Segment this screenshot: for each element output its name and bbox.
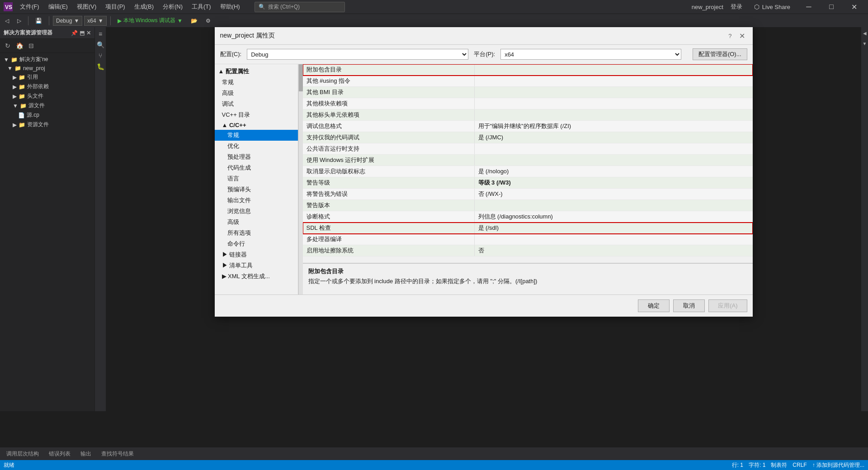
nav-scrollbar[interactable] — [298, 64, 303, 294]
sidebar-item-refs[interactable]: ▶ 📁 引用 — [0, 72, 94, 82]
sync-btn[interactable]: ↻ — [3, 41, 13, 51]
nav-optimize[interactable]: 优化 — [215, 141, 298, 152]
nav-scrollbar-thumb[interactable] — [299, 64, 303, 91]
nav-preprocessor[interactable]: 预处理器 — [215, 152, 298, 162]
status-ready[interactable]: 就绪 — [4, 461, 14, 469]
prop-row-warnver[interactable]: 警告版本 — [303, 200, 753, 211]
maximize-btn[interactable]: □ — [821, 0, 842, 14]
menu-build[interactable]: 生成(B) — [131, 2, 157, 12]
nav-pch[interactable]: 预编译头 — [215, 184, 298, 195]
sidebar-item-headers[interactable]: ▶ 📁 头文件 — [0, 91, 94, 101]
search-bar[interactable]: 🔍 搜索 (Ctrl+Q) — [255, 2, 345, 12]
nav-manifest[interactable]: ▶ 清单工具 — [215, 260, 298, 271]
menu-help[interactable]: 帮助(H) — [217, 2, 244, 12]
right-panel-pin[interactable]: ▼ — [861, 39, 868, 48]
sidebar-tools: ↻ 🏠 ⊟ — [0, 39, 94, 53]
pin-icon[interactable]: 📌 — [71, 30, 78, 36]
back-btn[interactable]: ◁ — [2, 16, 12, 25]
minimize-btn[interactable]: ─ — [798, 0, 819, 14]
nav-linker[interactable]: ▶ 链接器 — [215, 249, 298, 260]
prop-row-include[interactable]: 附加包含目录 — [303, 64, 753, 76]
prop-row-asan[interactable]: 启用地址擦除系统 否 — [303, 245, 753, 256]
prop-row-using[interactable]: 其他 #using 指令 — [303, 76, 753, 87]
cancel-btn[interactable]: 取消 — [673, 299, 705, 312]
prop-row-bmi[interactable]: 其他 BMI 目录 — [303, 87, 753, 98]
dialog-help-btn[interactable]: ? — [728, 33, 731, 39]
sidebar-item-project[interactable]: ▼ 📁 new_proj — [0, 64, 94, 72]
status-source-control[interactable]: ↑ 添加到源代码管理... — [812, 461, 864, 469]
prop-row-winrt[interactable]: 使用 Windows 运行时扩展 — [303, 155, 753, 166]
sidebar-item-resources[interactable]: ▶ 📁 资源文件 — [0, 120, 94, 129]
home-btn[interactable]: 🏠 — [14, 41, 24, 51]
nav-cpp-general[interactable]: 常规 — [215, 130, 298, 141]
nav-browse[interactable]: 浏览信息 — [215, 206, 298, 217]
nav-cmdline[interactable]: 命令行 — [215, 238, 298, 249]
live-share-btn[interactable]: ⬡ Live Share — [750, 2, 795, 11]
nav-general[interactable]: 常规 — [215, 77, 298, 88]
left-icon-4[interactable]: 🐛 — [95, 62, 105, 71]
menu-tools[interactable]: 工具(T) — [188, 2, 215, 12]
prop-row-werror[interactable]: 将警告视为错误 否 (/WX-) — [303, 189, 753, 200]
nav-output[interactable]: 输出文件 — [215, 195, 298, 206]
tab-find-results[interactable]: 查找符号结果 — [97, 448, 138, 460]
sidebar-item-solution[interactable]: ▼ 📁 解决方案'ne — [0, 55, 94, 64]
nav-cpp[interactable]: ▲ C/C++ — [215, 120, 298, 130]
collapse-btn[interactable]: ⊟ — [26, 41, 36, 51]
dock-icon[interactable]: ⬒ — [80, 30, 85, 36]
close-sidebar-icon[interactable]: ✕ — [86, 30, 91, 36]
nav-codegen[interactable]: 代码生成 — [215, 162, 298, 173]
menu-view[interactable]: 视图(V) — [73, 2, 100, 12]
save-btn[interactable]: 💾 — [32, 16, 45, 25]
prop-row-hdr[interactable]: 其他标头单元依赖项 — [303, 109, 753, 121]
menu-project[interactable]: 项目(P) — [102, 2, 128, 12]
menu-edit[interactable]: 编辑(E) — [45, 2, 71, 12]
close-btn[interactable]: ✕ — [844, 0, 864, 14]
left-icon-2[interactable]: 🔍 — [95, 40, 105, 50]
left-icon-1[interactable]: ≡ — [95, 29, 105, 39]
run-btn[interactable]: ▶ 本地 Windows 调试器 ▼ — [114, 15, 186, 26]
tab-output[interactable]: 输出 — [76, 448, 96, 460]
apply-btn[interactable]: 应用(A) — [708, 299, 747, 312]
nav-advanced2[interactable]: 高级 — [215, 217, 298, 228]
menu-analyze[interactable]: 分析(N) — [159, 2, 186, 12]
prop-row-jmc[interactable]: 支持仅我的代码调试 是 (/JMC) — [303, 132, 753, 143]
sidebar-item-external[interactable]: ▶ 📁 外部依赖 — [0, 82, 94, 91]
config-mgr-btn[interactable]: 配置管理器(O)... — [693, 48, 747, 60]
refs-chevron: ▶ — [13, 74, 17, 81]
prop-row-warnlvl[interactable]: 警告等级 等级 3 (/W3) — [303, 177, 753, 189]
tab-call-hierarchy[interactable]: 调用层次结构 — [2, 448, 43, 460]
left-icon-3[interactable]: ⑂ — [95, 51, 105, 61]
nav-all-opts[interactable]: 所有选项 — [215, 228, 298, 238]
nav-language[interactable]: 语言 — [215, 173, 298, 184]
platform-dropdown[interactable]: x64 ▼ — [84, 16, 106, 26]
right-panel-btns: ◀ ▼ — [861, 27, 868, 50]
nav-advanced[interactable]: 高级 — [215, 88, 298, 99]
prop-row-clr[interactable]: 公共语言运行时支持 — [303, 143, 753, 155]
prop-row-nologo[interactable]: 取消显示启动版权标志 是 (/nologo) — [303, 166, 753, 177]
folder-btn[interactable]: 📂 — [188, 16, 201, 25]
prop-row-debugfmt[interactable]: 调试信息格式 用于"编辑并继续"的程序数据库 (/ZI) — [303, 121, 753, 132]
dialog-close-btn[interactable]: ✕ — [737, 31, 747, 41]
vs-logo: VS — [4, 2, 13, 11]
right-panel-expand[interactable]: ◀ — [861, 29, 868, 38]
config-dropdown[interactable]: Debug ▼ — [53, 16, 82, 26]
login-btn[interactable]: 登录 — [727, 2, 746, 12]
sidebar-item-cpp[interactable]: 📄 源.cp — [0, 110, 94, 120]
prop-row-diag[interactable]: 诊断格式 列信息 (/diagnostics:column) — [303, 211, 753, 223]
left-icon-bar: ≡ 🔍 ⑂ 🐛 — [95, 27, 106, 411]
settings-btn[interactable]: ⚙ — [203, 16, 214, 25]
nav-xml[interactable]: ▶ XML 文档生成... — [215, 271, 298, 282]
forward-btn[interactable]: ▷ — [14, 16, 24, 25]
prop-row-sdl[interactable]: SDL 检查 是 (/sdl) — [303, 223, 753, 234]
nav-config-props[interactable]: ▲ 配置属性 — [215, 66, 298, 77]
ok-btn[interactable]: 确定 — [638, 299, 670, 312]
menu-file[interactable]: 文件(F) — [16, 2, 43, 12]
prop-row-moddep[interactable]: 其他模块依赖项 — [303, 98, 753, 109]
tab-error-list[interactable]: 错误列表 — [44, 448, 75, 460]
nav-debug[interactable]: 调试 — [215, 99, 298, 109]
prop-row-mp[interactable]: 多处理器编译 — [303, 234, 753, 245]
platform-select[interactable]: x64 — [500, 49, 681, 60]
config-select[interactable]: Debug — [247, 49, 468, 60]
sidebar-item-sources[interactable]: ▼ 📁 源文件 — [0, 101, 94, 110]
nav-vc-dirs[interactable]: VC++ 目录 — [215, 109, 298, 120]
